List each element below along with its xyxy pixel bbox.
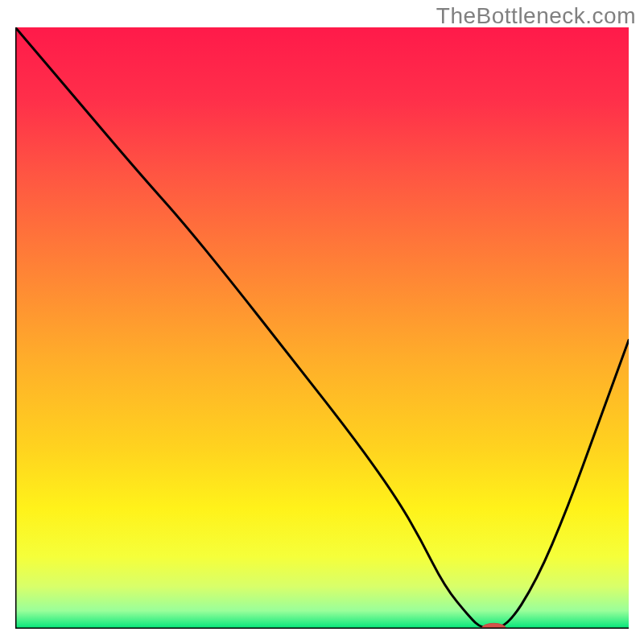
watermark-label: TheBottleneck.com bbox=[436, 3, 636, 29]
plot-area bbox=[15, 27, 629, 629]
chart-frame: TheBottleneck.com bbox=[0, 0, 644, 644]
heatmap-background bbox=[15, 27, 629, 629]
chart-svg bbox=[15, 27, 629, 629]
